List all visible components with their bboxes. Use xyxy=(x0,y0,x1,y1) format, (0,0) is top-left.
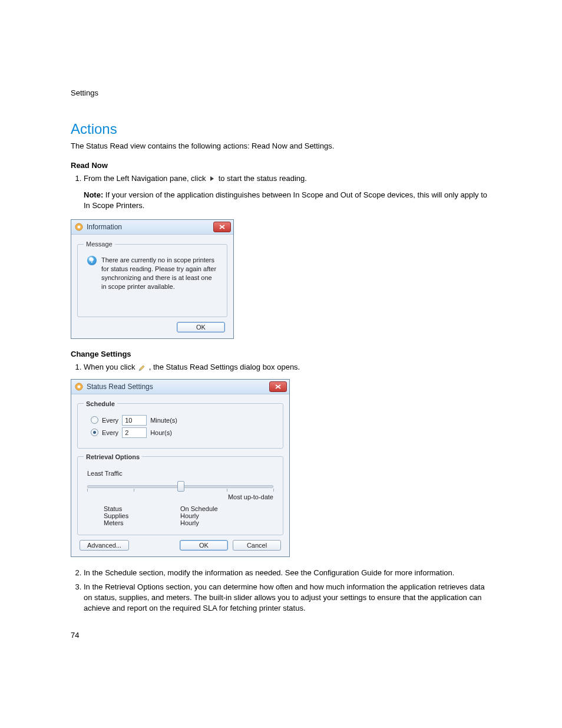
group-legend: Schedule xyxy=(84,400,117,407)
most-uptodate-label: Most up-to-date xyxy=(87,493,273,500)
note-label: Note: xyxy=(84,190,103,199)
radio-minutes[interactable] xyxy=(91,416,98,424)
status-value: On Schedule xyxy=(180,505,218,512)
change-settings-step-2: In the Schedule section, modify the info… xyxy=(84,568,491,578)
supplies-label: Supplies xyxy=(104,512,180,519)
note-text: If your version of the application disti… xyxy=(84,190,487,210)
minutes-unit: Minute(s) xyxy=(150,417,177,424)
change-settings-step-1: When you click , the Status Read Setting… xyxy=(84,362,491,373)
change-settings-steps: When you click , the Status Read Setting… xyxy=(71,362,491,373)
supplies-value: Hourly xyxy=(180,512,199,519)
read-now-step-1: From the Left Navigation pane, click to … xyxy=(84,173,491,184)
schedule-group: Schedule Every 10 Minute(s) Every 2 Hour… xyxy=(77,400,283,449)
dialog-titlebar: Status Read Settings xyxy=(71,380,289,394)
every-label: Every xyxy=(102,429,118,436)
info-icon: ? xyxy=(87,256,97,265)
slider-thumb[interactable] xyxy=(177,481,184,492)
play-icon xyxy=(209,176,215,182)
close-button[interactable] xyxy=(269,381,287,392)
hours-input[interactable]: 2 xyxy=(122,427,147,438)
least-traffic-label: Least Traffic xyxy=(87,470,273,477)
section-title: Actions xyxy=(71,121,491,137)
pencil-icon xyxy=(138,364,146,371)
retrieval-group: Retrieval Options Least Traffic Most up-… xyxy=(77,453,283,535)
hours-unit: Hour(s) xyxy=(150,429,172,436)
schedule-row-hours: Every 2 Hour(s) xyxy=(91,427,277,438)
change-settings-heading: Change Settings xyxy=(71,350,491,358)
page-header: Settings xyxy=(71,88,491,97)
status-label: Status xyxy=(104,505,180,512)
close-button[interactable] xyxy=(213,222,231,232)
read-now-steps: From the Left Navigation pane, click to … xyxy=(71,173,491,184)
svg-point-2 xyxy=(78,226,81,229)
app-icon xyxy=(75,223,83,231)
minutes-input[interactable]: 10 xyxy=(122,415,147,426)
read-now-heading: Read Now xyxy=(71,161,491,170)
svg-marker-0 xyxy=(210,176,214,181)
status-read-settings-dialog: Status Read Settings Schedule Every 10 M… xyxy=(71,379,290,557)
intro-text: The Status Read view contains the follow… xyxy=(71,141,491,151)
dialog-title: Status Read Settings xyxy=(87,383,266,391)
radio-hours[interactable] xyxy=(91,429,98,436)
advanced-button[interactable]: Advanced... xyxy=(80,540,129,551)
step-text: When you click xyxy=(84,363,137,371)
page-number: 74 xyxy=(71,631,79,640)
ok-button[interactable]: OK xyxy=(177,322,225,332)
group-legend: Message xyxy=(84,241,115,248)
retrieval-slider[interactable] xyxy=(87,480,273,492)
meters-label: Meters xyxy=(104,519,180,526)
meters-value: Hourly xyxy=(180,519,199,526)
app-icon xyxy=(75,383,83,391)
schedule-row-minutes: Every 10 Minute(s) xyxy=(91,415,277,426)
dialog-title: Information xyxy=(87,223,210,231)
note-block: Note: If your version of the application… xyxy=(84,190,491,211)
ok-button[interactable]: OK xyxy=(180,540,228,551)
message-group: Message ? There are currently no in scop… xyxy=(77,241,227,317)
information-dialog: Information Message ? There are currentl… xyxy=(71,219,234,339)
change-settings-step-3: In the Retrieval Options section, you ca… xyxy=(84,582,491,614)
dialog-titlebar: Information xyxy=(71,220,233,235)
svg-point-4 xyxy=(78,385,81,388)
step-text: From the Left Navigation pane, click xyxy=(84,174,208,183)
group-legend: Retrieval Options xyxy=(84,453,142,460)
step-text: , the Status Read Settings dialog box op… xyxy=(149,363,300,371)
message-text: There are currently no in scope printers… xyxy=(101,256,217,291)
every-label: Every xyxy=(102,417,118,424)
retrieval-table: StatusOn Schedule SuppliesHourly MetersH… xyxy=(104,505,275,526)
change-settings-steps-cont: In the Schedule section, modify the info… xyxy=(71,568,491,614)
cancel-button[interactable]: Cancel xyxy=(233,540,281,551)
step-text: to start the status reading. xyxy=(219,174,307,183)
